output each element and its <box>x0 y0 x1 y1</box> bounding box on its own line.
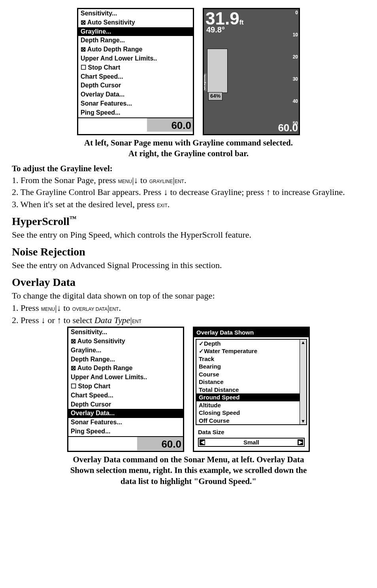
heading-noise-rejection: Noise Rejection <box>12 245 365 259</box>
menu-footer: 60.0 <box>78 117 193 132</box>
grayline-control-bar[interactable]: Grayline 64% <box>207 49 228 93</box>
menu-footer-2: 60.0 <box>68 436 183 450</box>
sonar-menu-screen-2: Sensitivity...Auto SensitivityGrayline..… <box>67 327 184 452</box>
menu-item[interactable]: Sensitivity... <box>68 328 183 337</box>
menu-item[interactable]: Overlay Data... <box>78 90 193 99</box>
datasize-label: Data Size <box>196 427 307 437</box>
ods-item[interactable]: Course <box>196 371 306 378</box>
menu-item[interactable]: Upper And Lower Limits.. <box>68 373 183 382</box>
heading-hyperscroll: HyperScroll™ <box>12 214 365 229</box>
menu-item[interactable]: Stop Chart <box>68 382 183 391</box>
ods-item[interactable]: Altitude <box>196 401 306 409</box>
hyperscroll-body: See the entry on Ping Speed, which contr… <box>12 229 365 241</box>
menu-item[interactable]: Grayline... <box>68 346 183 355</box>
menu-item[interactable]: Ping Speed... <box>68 427 183 436</box>
menu-item[interactable]: Auto Sensitivity <box>78 18 193 27</box>
menu-item[interactable]: Ping Speed... <box>78 108 193 117</box>
depth-unit: ft <box>239 19 244 26</box>
sonar-footer-depth: 60.0 <box>278 121 298 135</box>
datasize-left-icon[interactable]: ◀ <box>200 439 205 446</box>
ods-scrollbar[interactable]: ▲ ▼ <box>300 340 306 425</box>
depth-ruler: 01020304050 <box>286 9 299 134</box>
figure-1: Sensitivity...Auto SensitivityGrayline..… <box>12 8 365 135</box>
menu-item[interactable]: Upper And Lower Limits.. <box>78 54 193 63</box>
ods-item[interactable]: Closing Speed <box>196 409 306 417</box>
menu-item[interactable]: Overlay Data... <box>68 409 183 418</box>
sonar-display-screen: 31.9ft 49.8° Grayline 64% 01020304050 60… <box>203 8 300 135</box>
overlay-step-1: 1. Press MENU|↓ to OVERLAY DATA|ENT. <box>12 303 365 314</box>
noise-body: See the entry on Advanced Signal Process… <box>12 260 365 271</box>
temp-reading: 49.8° <box>204 26 299 34</box>
ruler-tick: 0 <box>295 10 298 16</box>
figure-2: Sensitivity...Auto SensitivityGrayline..… <box>12 327 365 452</box>
heading-overlay-data: Overlay Data <box>12 275 365 289</box>
ruler-tick: 20 <box>293 54 298 61</box>
ods-item[interactable]: Total Distance <box>196 386 306 394</box>
figure-1-caption: At left, Sonar Page menu with Grayline c… <box>12 138 365 159</box>
menu-item[interactable]: Depth Range... <box>68 355 183 364</box>
datasize-right-icon[interactable]: ▶ <box>298 439 303 446</box>
footer-depth: 60.0 <box>171 119 191 132</box>
menu-item[interactable]: Sonar Features... <box>68 418 183 427</box>
footer-depth-2: 60.0 <box>161 438 181 451</box>
ruler-tick: 30 <box>293 76 298 83</box>
overlay-step-2: 2. Press ↓ or ↑ to select Data Type|ENT <box>12 315 365 326</box>
overlay-intro: To change the digital data shown on top … <box>12 290 365 302</box>
datasize-field[interactable]: ◀ Small ▶ <box>198 438 305 447</box>
menu-item[interactable]: Auto Sensitivity <box>68 337 183 346</box>
step-1: 1. From the Sonar Page, press MENU|↓ to … <box>12 175 365 186</box>
ruler-tick: 10 <box>293 32 298 38</box>
key-menu: MENU <box>118 179 132 184</box>
ods-item[interactable]: Ground Speed <box>196 393 306 401</box>
grayline-label: Grayline <box>203 74 207 91</box>
menu-item[interactable]: Depth Range... <box>78 36 193 45</box>
heading-adjust-grayline: To adjust the Grayline level: <box>12 163 365 174</box>
ods-item[interactable]: Water Temperature <box>196 347 306 355</box>
overlay-data-shown-screen: Overlay Data Shown DepthWater Temperatur… <box>193 327 310 452</box>
menu-item[interactable]: Chart Speed... <box>68 391 183 400</box>
ods-item[interactable]: Depth <box>196 340 306 348</box>
key-grayline: GRAYLINE <box>149 179 173 184</box>
figure-2-caption: Overlay Data command on the Sonar Menu, … <box>12 454 365 487</box>
menu-item[interactable]: Stop Chart <box>78 63 193 72</box>
scroll-up-icon[interactable]: ▲ <box>301 340 305 346</box>
menu-item[interactable]: Grayline... <box>78 27 193 36</box>
datasize-value: Small <box>243 439 259 446</box>
ods-title: Overlay Data Shown <box>194 328 309 337</box>
grayline-percent: 64% <box>208 92 222 100</box>
menu-item[interactable]: Depth Cursor <box>68 400 183 409</box>
ods-item[interactable]: Off Course <box>196 417 306 425</box>
scroll-down-icon[interactable]: ▼ <box>301 418 305 425</box>
menu-item[interactable]: Auto Depth Range <box>68 364 183 373</box>
step-2: 2. The Grayline Control Bar appears. Pre… <box>12 187 365 198</box>
menu-item[interactable]: Depth Cursor <box>78 81 193 90</box>
sonar-menu-screen-1: Sensitivity...Auto SensitivityGrayline..… <box>77 8 194 135</box>
key-exit: EXIT <box>157 203 168 208</box>
menu-item[interactable]: Auto Depth Range <box>78 45 193 54</box>
menu-item[interactable]: Sonar Features... <box>78 99 193 108</box>
menu-item[interactable]: Chart Speed... <box>78 72 193 81</box>
ods-item[interactable]: Distance <box>196 378 306 386</box>
ods-item[interactable]: Bearing <box>196 363 306 371</box>
menu-item[interactable]: Sensitivity... <box>78 9 193 18</box>
step-3: 3. When it's set at the desired level, p… <box>12 199 365 210</box>
ruler-tick: 40 <box>293 98 298 105</box>
ods-item[interactable]: Track <box>196 355 306 363</box>
key-ent: ENT <box>175 179 184 184</box>
